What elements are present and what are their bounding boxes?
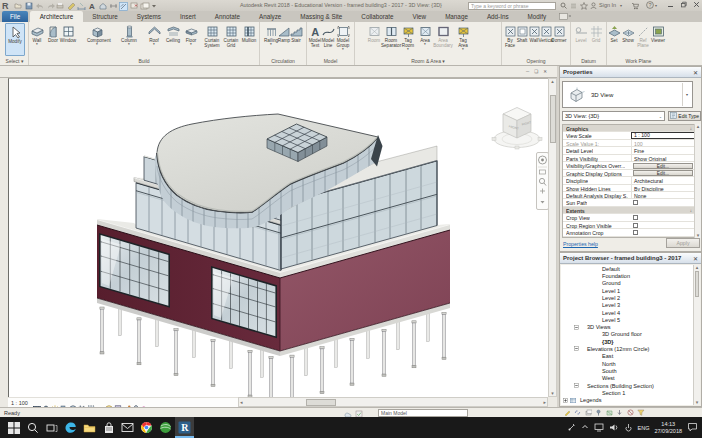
tree-expand-icon[interactable] xyxy=(574,346,579,351)
tree-expand-icon[interactable] xyxy=(574,325,579,330)
ribbon-button-model-group[interactable]: ModelGroup ▾ xyxy=(333,23,353,56)
tab-collaborate[interactable]: Collaborate xyxy=(352,11,403,22)
ribbon-button-area[interactable]: Area ▾ xyxy=(415,23,435,56)
tree-item[interactable]: Schedules/Quantities xyxy=(561,404,700,405)
action-center-icon[interactable] xyxy=(687,422,698,433)
tree-expand-icon[interactable] xyxy=(563,398,568,403)
close-button[interactable] xyxy=(693,1,700,9)
type-selector-dropdown-icon[interactable]: ▾ xyxy=(682,83,691,106)
tree-item[interactable]: West xyxy=(561,374,700,381)
tray-touch-icon[interactable] xyxy=(624,423,633,433)
thinlines-icon[interactable] xyxy=(119,2,127,10)
tree-item[interactable]: Level 5 xyxy=(561,316,700,323)
help-icon[interactable]: ? xyxy=(646,1,654,10)
tab-file[interactable]: File xyxy=(2,11,28,22)
ribbon-button-curtain-system[interactable]: CurtainSystem xyxy=(202,23,222,56)
tree-item[interactable]: South xyxy=(561,367,700,374)
property-value[interactable]: By Discipline xyxy=(631,185,695,191)
properties-help-link[interactable]: Properties help xyxy=(563,241,598,247)
checkbox-unchecked[interactable] xyxy=(633,200,638,205)
type-combo[interactable]: 3D View: {3D}⌄ xyxy=(562,111,665,121)
ribbon-button-component[interactable]: Component ▾ xyxy=(87,23,107,56)
switch-windows-icon[interactable] xyxy=(140,2,148,10)
tree-item[interactable]: Legends xyxy=(561,396,700,403)
properties-scrollbar[interactable]: ▴▾ xyxy=(694,124,701,238)
render-dialog-icon[interactable] xyxy=(69,399,76,406)
ribbon-button-grid[interactable]: Grid xyxy=(586,23,606,56)
tab-insert[interactable]: Insert xyxy=(170,11,205,22)
checkbox-unchecked[interactable] xyxy=(633,215,638,220)
property-value[interactable]: Fine xyxy=(631,147,695,153)
ribbon-button-stair[interactable]: Stair xyxy=(286,23,306,56)
visual-style-icon[interactable] xyxy=(42,399,49,406)
editable-only-icon[interactable] xyxy=(564,409,571,416)
tab-structure[interactable]: Structure xyxy=(83,11,128,22)
tree-expand-icon[interactable] xyxy=(574,383,579,388)
browser-scrollbar-thumb[interactable] xyxy=(695,271,700,297)
ribbon-button-viewer[interactable]: Viewer xyxy=(648,23,668,56)
restore-button[interactable] xyxy=(680,1,687,9)
store-icon[interactable] xyxy=(99,417,118,438)
checkbox-unchecked[interactable] xyxy=(633,223,638,228)
crop-region-icon[interactable] xyxy=(87,399,94,406)
property-value[interactable]: 100 xyxy=(631,140,695,146)
property-section[interactable]: Extents↓ xyxy=(563,207,700,214)
start-button[interactable] xyxy=(4,417,23,438)
ribbon-button-area-boundary[interactable]: AreaBoundary xyxy=(433,23,453,56)
dimension-icon[interactable] xyxy=(77,2,85,10)
tab-architecture[interactable]: Architecture xyxy=(30,11,83,22)
press-drag-icon[interactable] xyxy=(616,409,623,416)
checkbox-unchecked[interactable] xyxy=(633,230,638,235)
ribbon-button-dormer[interactable]: Dormer xyxy=(549,23,569,56)
tray-language[interactable]: ENG xyxy=(638,425,650,431)
tree-item[interactable]: {3D} xyxy=(561,338,700,345)
tab-add-ins[interactable]: Add-Ins xyxy=(477,11,518,22)
link-select-icon[interactable] xyxy=(574,409,581,416)
ribbon-display-toggle[interactable] xyxy=(556,11,574,22)
tree-item[interactable]: Section 1 xyxy=(561,389,700,396)
favorites-star-icon[interactable] xyxy=(580,2,588,11)
horizontal-scrollbar-thumb[interactable] xyxy=(306,399,336,406)
sign-in-label[interactable]: Sign In xyxy=(599,2,616,8)
undo-icon[interactable] xyxy=(35,2,43,10)
tray-volume-icon[interactable] xyxy=(609,423,619,433)
vertical-scrollbar-thumb[interactable] xyxy=(550,95,556,143)
project-browser-header[interactable]: Project Browser - framed building3 - 201… xyxy=(560,253,701,264)
tray-clock[interactable]: 14:1327/09/2018 xyxy=(654,421,682,434)
exchange-icon[interactable] xyxy=(570,2,577,10)
hidden-faces-icon[interactable] xyxy=(606,409,613,416)
tree-item[interactable]: Sections (Building Section) xyxy=(561,382,700,389)
tree-item[interactable]: Level 4 xyxy=(561,309,700,316)
tree-item[interactable]: North xyxy=(561,360,700,367)
revit-logo[interactable]: R xyxy=(2,1,9,11)
active-design-option-select[interactable]: Main Model xyxy=(378,409,468,417)
qat-customize-icon[interactable] xyxy=(151,2,159,10)
text-icon[interactable]: A xyxy=(88,2,96,10)
mail-icon[interactable] xyxy=(118,417,137,438)
view-expand-icon[interactable] xyxy=(150,399,157,406)
save-icon[interactable] xyxy=(25,2,33,10)
tree-item[interactable]: 3D Views xyxy=(561,323,700,330)
revit-taskbar-icon[interactable]: R xyxy=(175,417,194,438)
tab-manage[interactable]: Manage xyxy=(436,11,478,22)
search-icon[interactable] xyxy=(560,2,567,10)
crop-view-icon[interactable] xyxy=(78,399,85,406)
ribbon-button-floor[interactable]: Floor ▾ xyxy=(181,23,201,56)
chrome-icon[interactable] xyxy=(137,417,156,438)
redo-icon[interactable] xyxy=(46,2,54,10)
tree-item[interactable]: 3D Ground floor xyxy=(561,331,700,338)
measure-icon[interactable] xyxy=(67,2,75,10)
browser-close-icon[interactable]: ✕ xyxy=(693,255,698,262)
ribbon-button-modify[interactable]: Modify xyxy=(5,23,25,56)
green-app-icon[interactable] xyxy=(156,417,175,438)
ribbon-button-ceiling[interactable]: Ceiling xyxy=(163,23,183,56)
sun-path-icon[interactable] xyxy=(51,399,58,406)
shadows-icon[interactable] xyxy=(60,399,67,406)
temp-props-icon[interactable] xyxy=(114,399,121,406)
tree-item[interactable]: Default xyxy=(561,265,700,272)
edit-button[interactable]: Edit... xyxy=(633,163,693,169)
property-value[interactable]: Show Original xyxy=(631,155,695,161)
reveal-hidden-icon[interactable] xyxy=(105,399,112,406)
tree-item[interactable]: Level 3 xyxy=(561,301,700,308)
view-scale-button[interactable]: 1 : 100 xyxy=(11,400,28,406)
